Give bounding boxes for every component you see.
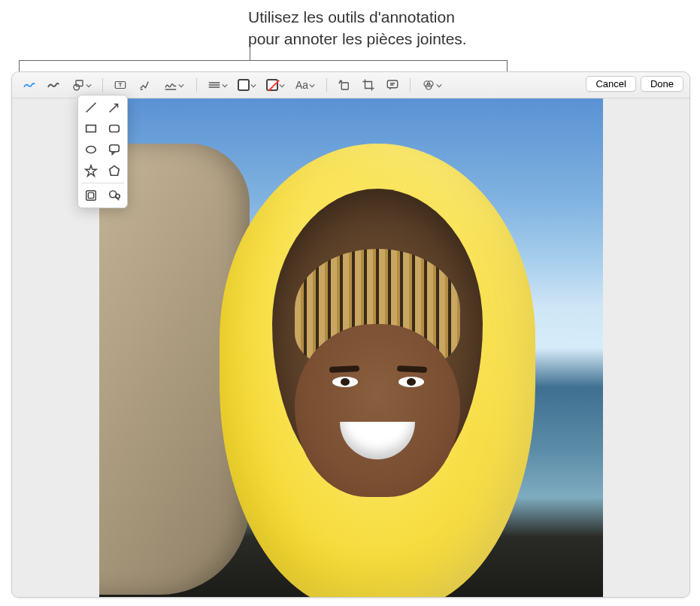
shape-line[interactable] xyxy=(83,100,99,115)
image-description-tool[interactable] xyxy=(381,76,404,94)
svg-rect-0 xyxy=(76,80,83,86)
border-swatch-icon xyxy=(238,79,250,91)
callout-line2: pour annoter les pièces jointes. xyxy=(248,28,467,50)
chevron-down-icon xyxy=(86,78,92,92)
chevron-down-icon xyxy=(178,78,184,92)
fill-color-tool[interactable] xyxy=(262,76,289,94)
svg-rect-3 xyxy=(341,83,348,89)
chevron-down-icon xyxy=(222,78,228,92)
markup-toolbar: Aa Cancel Done xyxy=(12,72,689,98)
chevron-down-icon xyxy=(250,78,256,92)
svg-rect-12 xyxy=(86,191,95,201)
toolbar-separator xyxy=(102,78,103,92)
markup-window: Aa Cancel Done xyxy=(11,71,690,598)
svg-rect-13 xyxy=(88,192,93,198)
shape-arrow[interactable] xyxy=(106,100,123,115)
photo-face xyxy=(295,324,460,497)
shape-polygon[interactable] xyxy=(106,163,123,178)
chevron-down-icon xyxy=(436,78,442,92)
shapes-tool[interactable] xyxy=(66,76,96,94)
callout-connector xyxy=(250,47,250,60)
photo-eye xyxy=(398,377,424,387)
svg-rect-8 xyxy=(86,126,95,132)
sketch-tool[interactable] xyxy=(18,76,41,94)
fill-swatch-icon xyxy=(266,79,278,91)
cancel-button[interactable]: Cancel xyxy=(586,76,635,92)
shape-style-tool[interactable] xyxy=(203,76,232,94)
toolbar-separator xyxy=(410,78,411,92)
highlight-tool[interactable] xyxy=(133,76,156,94)
shape-rounded-rectangle[interactable] xyxy=(106,121,123,136)
text-tool[interactable] xyxy=(109,76,132,94)
svg-point-10 xyxy=(86,147,95,153)
shape-speech-bubble[interactable] xyxy=(106,142,123,157)
adjust-color-tool[interactable] xyxy=(417,76,447,94)
shapes-popup xyxy=(77,95,128,208)
shape-oval[interactable] xyxy=(83,142,99,157)
attachment-photo[interactable] xyxy=(99,98,603,597)
rotate-tool[interactable] xyxy=(333,76,356,94)
toolbar-separator xyxy=(326,78,327,92)
callout-line1: Utilisez les outils d'annotation xyxy=(248,6,467,28)
crop-tool[interactable] xyxy=(357,76,380,94)
svg-point-1 xyxy=(74,84,80,90)
shape-rectangle[interactable] xyxy=(83,121,99,136)
draw-tool[interactable] xyxy=(42,76,65,94)
border-color-tool[interactable] xyxy=(233,76,260,94)
popup-separator xyxy=(81,183,124,183)
instruction-callout: Utilisez les outils d'annotation pour an… xyxy=(248,6,467,50)
photo-eye xyxy=(332,377,358,387)
done-button[interactable]: Done xyxy=(641,76,683,92)
svg-rect-11 xyxy=(110,145,120,152)
window-action-buttons: Cancel Done xyxy=(586,76,683,92)
text-style-tool[interactable]: Aa xyxy=(290,76,320,94)
shape-star[interactable] xyxy=(83,163,99,178)
toolbar-separator xyxy=(196,78,197,92)
text-style-label: Aa xyxy=(295,79,308,91)
sign-tool[interactable] xyxy=(157,76,190,94)
svg-rect-9 xyxy=(110,126,120,132)
shape-loupe[interactable] xyxy=(106,188,123,203)
chevron-down-icon xyxy=(309,78,315,92)
svg-rect-4 xyxy=(387,80,398,88)
shape-mask[interactable] xyxy=(83,188,99,203)
